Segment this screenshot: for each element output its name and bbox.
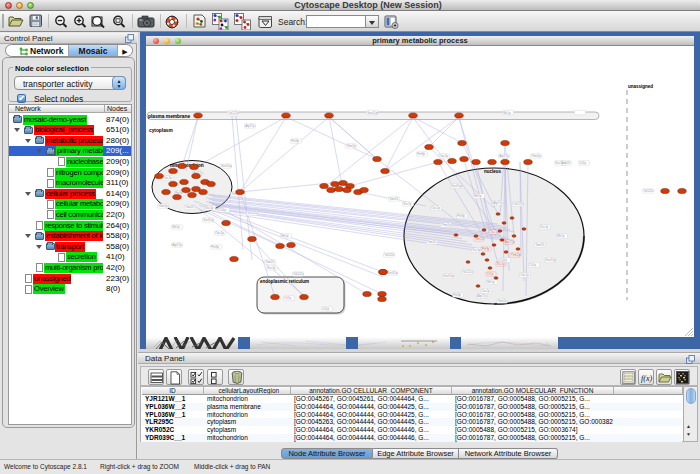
svg-text:Yol122c: Yol122c (643, 189, 654, 193)
svg-text:Oac1p: Oac1p (481, 289, 490, 293)
svg-text:Tom20: Tom20 (535, 243, 544, 247)
svg-text:Cit1p: Cit1p (219, 208, 226, 212)
svg-text:Pet9p: Pet9p (453, 293, 461, 297)
svg-text:Sec61p: Sec61p (451, 184, 462, 188)
svg-text:Atp17p: Atp17p (493, 201, 503, 205)
svg-text:Pet9p: Pet9p (457, 214, 465, 218)
svg-text:Atp17p: Atp17p (172, 243, 182, 247)
svg-text:Sec61p: Sec61p (221, 164, 232, 168)
svg-text:plasma membrane: plasma membrane (148, 114, 190, 119)
svg-text:Mir1p: Mir1p (487, 280, 495, 284)
svg-text:Oac1p: Oac1p (431, 206, 440, 210)
svg-text:Oac1p: Oac1p (215, 231, 224, 235)
svg-text:Ssc1p: Ssc1p (472, 248, 481, 252)
svg-text:Cit1p: Cit1p (487, 272, 494, 276)
svg-text:Tom20: Tom20 (185, 205, 194, 209)
svg-text:mitochondrion: mitochondrion (170, 163, 204, 168)
svg-text:Atp17p: Atp17p (477, 294, 487, 298)
svg-text:Pet9p: Pet9p (482, 247, 490, 251)
svg-text:Mir1p: Mir1p (281, 234, 289, 238)
svg-text:Sec61p: Sec61p (203, 218, 214, 222)
svg-text:Atp17p: Atp17p (505, 240, 515, 244)
svg-text:Atp17p: Atp17p (499, 154, 509, 158)
svg-text:Tom20: Tom20 (389, 197, 398, 201)
svg-text:Oac1p: Oac1p (439, 154, 448, 158)
svg-text:Cit1p: Cit1p (579, 161, 586, 165)
svg-text:Sec61p: Sec61p (387, 271, 398, 275)
svg-text:Ssc1p: Ssc1p (555, 161, 564, 165)
svg-text:Cit1p: Cit1p (529, 263, 536, 267)
svg-text:Yol122c: Yol122c (247, 211, 258, 215)
svg-text:f(x): f(x) (641, 373, 652, 382)
svg-text:Sec61p: Sec61p (545, 258, 556, 262)
svg-text:Ssc1p: Ssc1p (540, 225, 549, 229)
svg-text:Oac1p: Oac1p (520, 273, 529, 277)
svg-text:Mir1p: Mir1p (474, 194, 482, 198)
svg-text:Sec61p: Sec61p (443, 274, 454, 278)
svg-text:Yol122c: Yol122c (228, 111, 239, 115)
svg-text:Atp17p: Atp17p (245, 124, 255, 128)
svg-text:unassigned: unassigned (628, 84, 653, 89)
svg-text:Mir1p: Mir1p (503, 111, 511, 115)
svg-text:Ssc1p: Ssc1p (267, 266, 276, 270)
svg-text:Ssc1p: Ssc1p (497, 262, 506, 266)
svg-text:Pet9p: Pet9p (211, 245, 219, 249)
svg-text:Yhm2p: Yhm2p (158, 204, 168, 208)
svg-text:Cit1p: Cit1p (322, 307, 329, 311)
svg-text:Oac1p: Oac1p (163, 176, 172, 180)
svg-text:Yhm2p: Yhm2p (346, 144, 356, 148)
svg-text:Yol122c: Yol122c (462, 270, 473, 274)
svg-text:cytoplasm: cytoplasm (149, 128, 173, 133)
svg-text:Yol122c: Yol122c (513, 202, 524, 206)
svg-text:Sec61p: Sec61p (367, 111, 378, 115)
svg-text:Pet9p: Pet9p (291, 139, 299, 143)
svg-text:Tom20: Tom20 (427, 240, 436, 244)
svg-text:Yhm2p: Yhm2p (531, 154, 541, 158)
svg-text:Yhm2p: Yhm2p (497, 299, 507, 303)
svg-text:nucleus: nucleus (484, 169, 502, 174)
svg-text:Mir1p: Mir1p (172, 225, 180, 229)
svg-text:Tom20: Tom20 (475, 237, 484, 241)
svg-text:Yhm2p: Yhm2p (511, 253, 521, 257)
svg-text:Yhm2p: Yhm2p (441, 223, 451, 227)
svg-text:Ssc1p: Ssc1p (205, 206, 214, 210)
svg-text:Yol122c: Yol122c (384, 253, 395, 257)
svg-text:Tom20: Tom20 (265, 260, 274, 264)
svg-text:Cit1p: Cit1p (284, 296, 291, 300)
svg-text:Ssc1p: Ssc1p (403, 202, 412, 206)
svg-text:Pet9p: Pet9p (417, 152, 425, 156)
svg-text:Yol122c: Yol122c (293, 272, 304, 276)
svg-text:Oac1p: Oac1p (490, 230, 499, 234)
svg-text:Mir1p: Mir1p (557, 234, 565, 238)
svg-text:endoplasmic reticulum: endoplasmic reticulum (260, 279, 309, 284)
